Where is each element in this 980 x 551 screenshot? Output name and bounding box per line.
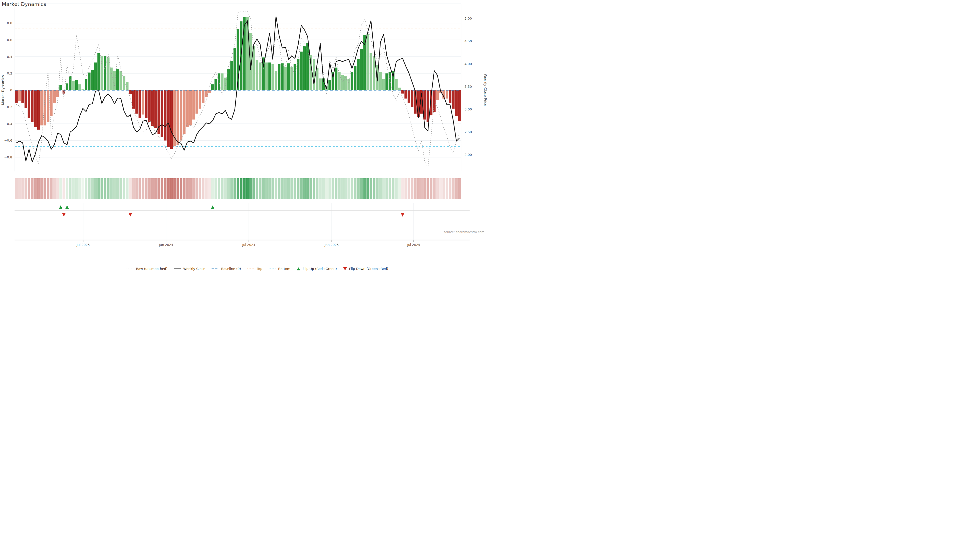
svg-text:0.6: 0.6: [7, 38, 12, 42]
legend-item-flip-down: Flip Down (Green→Red): [343, 267, 388, 271]
weekly-close-line-swatch-icon: [173, 268, 181, 270]
svg-text:−0.4: −0.4: [4, 122, 12, 126]
legend-item-raw: Raw (unsmoothed): [126, 267, 167, 271]
svg-text:3.50: 3.50: [465, 85, 472, 89]
svg-text:Weekly Close Price: Weekly Close Price: [484, 74, 487, 106]
legend-label-bottom: Bottom: [278, 267, 290, 271]
svg-text:0.2: 0.2: [7, 71, 12, 75]
svg-text:5.00: 5.00: [465, 17, 472, 21]
svg-text:2.00: 2.00: [465, 153, 472, 157]
svg-text:Jan 2024: Jan 2024: [159, 243, 173, 247]
legend-item-weekly-close: Weekly Close: [173, 267, 205, 271]
raw-line-swatch-icon: [126, 268, 134, 270]
svg-text:Jan 2025: Jan 2025: [325, 243, 339, 247]
svg-text:2.50: 2.50: [465, 130, 472, 134]
svg-text:−0.2: −0.2: [4, 105, 12, 109]
flip-down-triangle-icon: [343, 267, 347, 271]
svg-text:0.8: 0.8: [7, 21, 12, 25]
flip-up-triangle-icon: [297, 267, 301, 271]
legend-label-top: Top: [257, 267, 262, 271]
svg-text:4.00: 4.00: [465, 62, 472, 66]
legend: Raw (unsmoothed) Weekly Close Baseline (…: [0, 267, 490, 271]
svg-text:Jul 2024: Jul 2024: [242, 243, 255, 247]
legend-item-bottom: Bottom: [269, 267, 290, 271]
legend-item-flip-up: Flip Up (Red→Green): [297, 267, 337, 271]
baseline-swatch-icon: [211, 268, 219, 270]
market-dynamics-chart: 0.80.60.40.20−0.2−0.4−0.6−0.85.004.504.0…: [0, 0, 490, 263]
top-threshold-swatch-icon: [247, 268, 255, 270]
legend-item-top: Top: [247, 267, 262, 271]
legend-label-flip-up: Flip Up (Red→Green): [303, 267, 337, 271]
legend-label-baseline: Baseline (0): [221, 267, 241, 271]
source-note: source: sharemaestro.com: [444, 230, 484, 234]
svg-text:−0.8: −0.8: [4, 156, 12, 159]
svg-text:−0.6: −0.6: [4, 138, 12, 142]
svg-text:Jul 2025: Jul 2025: [407, 243, 420, 247]
svg-text:0.4: 0.4: [7, 55, 12, 59]
svg-text:3.00: 3.00: [465, 107, 472, 111]
legend-label-weekly-close: Weekly Close: [183, 267, 205, 271]
legend-item-baseline: Baseline (0): [211, 267, 241, 271]
bottom-threshold-swatch-icon: [269, 268, 276, 270]
svg-text:4.50: 4.50: [465, 39, 472, 43]
legend-label-flip-down: Flip Down (Green→Red): [349, 267, 388, 271]
svg-text:0: 0: [10, 88, 12, 92]
market-dynamics-page: Market Dynamics 0.80.60.40.20−0.2−0.4−0.…: [0, 0, 490, 275]
svg-text:Jul 2023: Jul 2023: [76, 243, 89, 247]
svg-text:Market Dynamics: Market Dynamics: [1, 75, 5, 105]
legend-label-raw: Raw (unsmoothed): [136, 267, 167, 271]
